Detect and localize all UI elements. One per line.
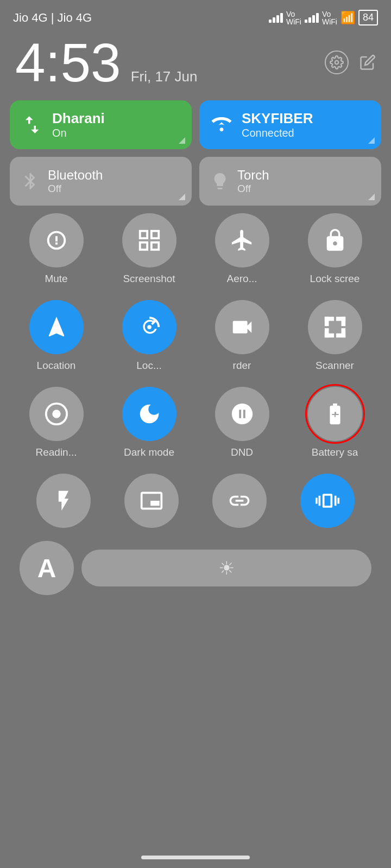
screenshot-button[interactable] bbox=[122, 213, 176, 267]
torch-tile[interactable]: Torch Off bbox=[199, 157, 381, 206]
dnd-item[interactable]: DND bbox=[195, 387, 288, 458]
status-icons: VoWiFi VoWiFi 📶 84 bbox=[269, 10, 378, 25]
clock-date: Fri, 17 Jun bbox=[131, 68, 198, 85]
brightness-slider[interactable]: ☀ bbox=[81, 550, 371, 586]
screenshot-label: Screenshot bbox=[123, 273, 175, 285]
battery-saver-button[interactable] bbox=[308, 387, 362, 441]
vowifi1-label: VoWiFi bbox=[286, 10, 301, 25]
cast-button[interactable] bbox=[124, 474, 179, 528]
aeroplane-item[interactable]: Aero... bbox=[195, 213, 288, 285]
screen-recorder-label: rder bbox=[233, 360, 251, 372]
svg-rect-11 bbox=[342, 318, 344, 325]
battery-icon: 84 bbox=[358, 10, 378, 25]
rotation-lock-item[interactable]: Loc... bbox=[103, 300, 195, 372]
data-icon bbox=[21, 113, 43, 136]
rotation-lock-button[interactable] bbox=[122, 300, 176, 354]
dark-mode-label: Dark mode bbox=[124, 446, 174, 458]
svg-point-15 bbox=[52, 410, 60, 418]
brightness-icon: ☀ bbox=[218, 557, 235, 579]
battery-saver-item[interactable]: Battery sa bbox=[288, 387, 381, 458]
vowifi2-label: VoWiFi bbox=[322, 10, 337, 25]
screen-recorder-button[interactable] bbox=[215, 300, 269, 354]
font-size-button[interactable]: A bbox=[20, 541, 74, 595]
data-tile-subtitle: On bbox=[52, 127, 105, 139]
mute-button[interactable] bbox=[29, 213, 84, 267]
vibrate-item[interactable] bbox=[283, 474, 371, 533]
reading-button[interactable] bbox=[29, 387, 84, 441]
torch-icon bbox=[210, 171, 230, 191]
svg-rect-2 bbox=[151, 231, 158, 238]
bluetooth-title: Bluetooth bbox=[48, 168, 103, 183]
location-item[interactable]: Location bbox=[10, 300, 103, 372]
dark-mode-item[interactable]: Dark mode bbox=[103, 387, 195, 458]
svg-rect-4 bbox=[151, 242, 158, 250]
home-indicator[interactable] bbox=[141, 856, 250, 859]
data-tile-title: Dharani bbox=[52, 110, 105, 127]
half-tiles-row: Bluetooth Off Torch Off bbox=[10, 157, 381, 206]
reading-label: Readin... bbox=[35, 446, 77, 458]
signal1-icon bbox=[269, 13, 283, 23]
lockscreen-button[interactable] bbox=[308, 213, 362, 267]
bottom-row bbox=[10, 474, 381, 533]
reading-item[interactable]: Readin... bbox=[10, 387, 103, 458]
bluetooth-icon bbox=[21, 171, 40, 191]
quick-settings-panel: Dharani On SKYFIBER Connected bbox=[0, 100, 391, 595]
clock-time: 4:53 bbox=[15, 35, 121, 90]
svg-rect-1 bbox=[140, 231, 147, 238]
scanner-item[interactable]: Scanner bbox=[288, 300, 381, 372]
torch-title: Torch bbox=[237, 168, 269, 183]
dnd-label: DND bbox=[231, 446, 253, 458]
svg-point-5 bbox=[147, 325, 152, 329]
signal2-icon bbox=[305, 13, 319, 23]
rotation-lock-label: Loc... bbox=[136, 360, 161, 372]
flash-button[interactable] bbox=[36, 474, 91, 528]
wifi-tile-subtitle: Connected bbox=[242, 127, 313, 139]
font-label: A bbox=[37, 553, 56, 583]
svg-rect-3 bbox=[140, 242, 147, 250]
last-row: A ☀ bbox=[10, 541, 381, 595]
wifi-tile[interactable]: SKYFIBER Connected bbox=[199, 100, 381, 149]
mute-label: Mute bbox=[45, 273, 67, 285]
flash-item[interactable] bbox=[20, 474, 108, 533]
svg-point-0 bbox=[335, 61, 339, 65]
wifi-status-icon: 📶 bbox=[340, 11, 355, 25]
screenshot-item[interactable]: Screenshot bbox=[103, 213, 195, 285]
circles-grid: Mute Screenshot Aero... bbox=[10, 213, 381, 474]
bluetooth-tile[interactable]: Bluetooth Off bbox=[10, 157, 192, 206]
wide-tiles-row: Dharani On SKYFIBER Connected bbox=[10, 100, 381, 149]
lockscreen-label: Lock scree bbox=[310, 273, 360, 285]
screen-recorder-item[interactable]: rder bbox=[195, 300, 288, 372]
bluetooth-subtitle: Off bbox=[48, 183, 103, 195]
link-button[interactable] bbox=[212, 474, 267, 528]
aeroplane-label: Aero... bbox=[227, 273, 257, 285]
location-button[interactable] bbox=[29, 300, 84, 354]
svg-rect-13 bbox=[342, 329, 344, 336]
wifi-icon bbox=[210, 113, 233, 136]
cast-item[interactable] bbox=[108, 474, 195, 533]
svg-rect-12 bbox=[325, 329, 327, 336]
vibrate-button[interactable] bbox=[300, 474, 355, 528]
svg-rect-10 bbox=[325, 318, 327, 325]
scanner-button[interactable] bbox=[308, 300, 362, 354]
aeroplane-button[interactable] bbox=[215, 213, 269, 267]
wifi-tile-title: SKYFIBER bbox=[242, 110, 313, 127]
link-item[interactable] bbox=[195, 474, 283, 533]
mute-item[interactable]: Mute bbox=[10, 213, 103, 285]
carrier-label: Jio 4G | Jio 4G bbox=[13, 11, 92, 25]
location-label: Location bbox=[37, 360, 76, 372]
torch-subtitle: Off bbox=[237, 183, 269, 195]
battery-saver-label: Battery sa bbox=[312, 446, 358, 458]
dnd-button[interactable] bbox=[215, 387, 269, 441]
lockscreen-item[interactable]: Lock scree bbox=[288, 213, 381, 285]
settings-icon[interactable] bbox=[325, 50, 349, 74]
scanner-label: Scanner bbox=[316, 360, 354, 372]
data-tile[interactable]: Dharani On bbox=[10, 100, 192, 149]
dark-mode-button[interactable] bbox=[122, 387, 176, 441]
edit-icon[interactable] bbox=[360, 54, 376, 71]
clock-area: 4:53 Fri, 17 Jun bbox=[0, 30, 391, 100]
status-bar: Jio 4G | Jio 4G VoWiFi VoWiFi 📶 84 bbox=[0, 0, 391, 30]
